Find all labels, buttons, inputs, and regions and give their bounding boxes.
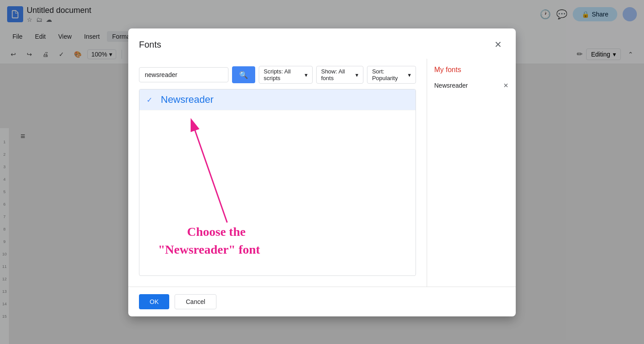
- sort-dropdown-icon: ▾: [408, 72, 411, 78]
- check-icon: ✓: [147, 96, 155, 104]
- font-name-newsreader: Newsreader: [161, 94, 214, 105]
- font-list: ✓ Newsreader: [139, 89, 416, 276]
- close-button[interactable]: ✕: [491, 37, 505, 52]
- show-dropdown-icon: ▾: [355, 72, 359, 78]
- my-font-remove-button[interactable]: ✕: [503, 82, 509, 89]
- dialog-body: 🔍 Scripts: All scripts ▾ Show: All fonts…: [128, 59, 516, 287]
- scripts-dropdown-icon: ▾: [305, 72, 308, 78]
- search-button[interactable]: 🔍: [232, 66, 255, 83]
- show-filter[interactable]: Show: All fonts ▾: [316, 66, 363, 84]
- dialog-title: Fonts: [139, 40, 161, 50]
- dialog-footer: OK Cancel: [128, 287, 516, 316]
- my-fonts-title: My fonts: [434, 66, 509, 74]
- fonts-main: 🔍 Scripts: All scripts ▾ Show: All fonts…: [128, 59, 427, 287]
- sort-filter[interactable]: Sort: Popularity ▾: [367, 66, 416, 84]
- scripts-filter[interactable]: Scripts: All scripts ▾: [259, 66, 313, 84]
- font-item-newsreader[interactable]: ✓ Newsreader: [139, 89, 416, 110]
- dialog-header: Fonts ✕: [128, 28, 516, 59]
- my-font-item-newsreader: Newsreader ✕: [434, 79, 509, 92]
- search-row: 🔍 Scripts: All scripts ▾ Show: All fonts…: [139, 66, 416, 84]
- ok-button[interactable]: OK: [139, 294, 169, 309]
- fonts-dialog: Fonts ✕ 🔍 Scripts: All scripts ▾ Show: A…: [128, 28, 516, 316]
- my-font-name: Newsreader: [434, 82, 468, 89]
- cancel-button[interactable]: Cancel: [175, 294, 216, 309]
- search-input[interactable]: [139, 67, 228, 82]
- fonts-sidebar: My fonts Newsreader ✕: [427, 59, 516, 287]
